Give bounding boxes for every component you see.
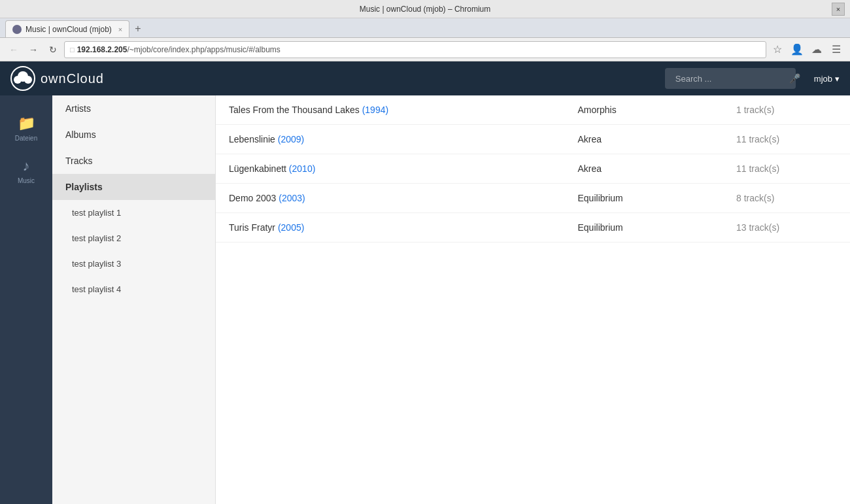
- album-tracks: 8 track(s): [723, 184, 850, 213]
- svg-point-3: [24, 76, 32, 84]
- sidebar-left-item-music[interactable]: ♪ Music: [0, 151, 52, 191]
- extension-icon-1[interactable]: 👤: [789, 41, 806, 58]
- nav-item-tracks[interactable]: Tracks: [52, 148, 215, 174]
- search-input[interactable]: [675, 74, 785, 84]
- url-lock-icon: □: [70, 46, 75, 54]
- album-tracks: 1 track(s): [723, 95, 850, 125]
- nav-item-albums[interactable]: Albums: [52, 122, 215, 148]
- new-tab-button[interactable]: +: [129, 20, 146, 37]
- tab-close-button[interactable]: ×: [118, 25, 122, 33]
- sidebar-nav: Artists Albums Tracks Playlists test pla…: [52, 95, 216, 504]
- album-artist: Akrea: [565, 125, 724, 154]
- table-row[interactable]: Turis Fratyr (2005) Equilibrium 13 track…: [216, 213, 850, 243]
- nav-bar: ← → ↻ □ 192.168.2.205/~mjob/core/index.p…: [0, 38, 850, 61]
- album-year: (2009): [278, 134, 304, 144]
- user-menu[interactable]: mjob ▾: [814, 74, 840, 84]
- forward-button[interactable]: →: [25, 41, 42, 58]
- title-bar: Music | ownCloud (mjob) – Chromium ×: [0, 0, 850, 18]
- user-chevron-icon: ▾: [835, 74, 840, 84]
- oc-logo: ownCloud: [10, 66, 104, 91]
- nav-item-playlists[interactable]: Playlists: [52, 174, 215, 200]
- owncloud-logo-text: ownCloud: [41, 71, 104, 86]
- bookmark-icon[interactable]: ☆: [769, 41, 786, 58]
- nav-item-artists[interactable]: Artists: [52, 95, 215, 122]
- url-bar[interactable]: □ 192.168.2.205/~mjob/core/index.php/app…: [64, 41, 766, 58]
- username: mjob: [814, 74, 832, 84]
- sidebar-left-label-music: Music: [18, 177, 35, 184]
- mic-icon: 🎤: [789, 73, 800, 84]
- album-title: Lügenkabinett (2010): [216, 154, 565, 184]
- app-container: ownCloud 🎤 mjob ▾ 📁 Dateien: [0, 61, 850, 504]
- search-box[interactable]: 🎤: [665, 68, 796, 89]
- table-row[interactable]: Tales From the Thousand Lakes (1994) Amo…: [216, 95, 850, 125]
- album-year: (2010): [289, 163, 315, 174]
- album-title: Lebenslinie (2009): [216, 125, 565, 154]
- album-year: (2003): [279, 193, 305, 203]
- sidebar-left-item-dateien[interactable]: 📁 Dateien: [0, 109, 52, 148]
- album-year: (2005): [278, 222, 304, 233]
- album-title: Tales From the Thousand Lakes (1994): [216, 95, 565, 125]
- album-artist: Amorphis: [565, 95, 724, 125]
- owncloud-logo-icon: [10, 66, 35, 91]
- extension-icon-2[interactable]: ☁: [808, 41, 825, 58]
- album-artist: Equilibrium: [565, 184, 724, 213]
- nav-item-playlist-3[interactable]: test playlist 3: [52, 251, 215, 277]
- window-title: Music | ownCloud (mjob) – Chromium: [360, 5, 491, 14]
- url-display: 192.168.2.205/~mjob/core/index.php/apps/…: [77, 45, 280, 54]
- table-row[interactable]: Lügenkabinett (2010) Akrea 11 track(s): [216, 154, 850, 184]
- album-artist: Equilibrium: [565, 213, 724, 243]
- table-row[interactable]: Lebenslinie (2009) Akrea 11 track(s): [216, 125, 850, 154]
- nav-item-playlist-1[interactable]: test playlist 1: [52, 200, 215, 226]
- album-table: Tales From the Thousand Lakes (1994) Amo…: [216, 95, 850, 243]
- folder-icon: 📁: [18, 115, 35, 132]
- tab-favicon: [12, 25, 22, 34]
- album-tracks: 11 track(s): [723, 154, 850, 184]
- nav-item-playlist-2[interactable]: test playlist 2: [52, 226, 215, 251]
- reload-button[interactable]: ↻: [44, 41, 61, 58]
- tab-title: Music | ownCloud (mjob): [26, 25, 112, 34]
- main-layout: 📁 Dateien ♪ Music Artists Albums Tracks: [0, 95, 850, 504]
- browser-tab[interactable]: Music | ownCloud (mjob) ×: [5, 20, 129, 37]
- main-content: Tales From the Thousand Lakes (1994) Amo…: [216, 95, 850, 504]
- sidebar-left: 📁 Dateien ♪ Music: [0, 95, 52, 504]
- oc-header: ownCloud 🎤 mjob ▾: [0, 61, 850, 95]
- album-title: Turis Fratyr (2005): [216, 213, 565, 243]
- album-year: (1994): [362, 105, 388, 115]
- nav-item-playlist-4[interactable]: test playlist 4: [52, 277, 215, 302]
- back-button[interactable]: ←: [5, 41, 22, 58]
- music-note-icon: ♪: [23, 158, 30, 175]
- tab-bar: Music | ownCloud (mjob) × +: [0, 18, 850, 38]
- menu-icon[interactable]: ☰: [828, 41, 845, 58]
- window-close-button[interactable]: ×: [832, 3, 845, 16]
- album-tracks: 11 track(s): [723, 125, 850, 154]
- table-row[interactable]: Demo 2003 (2003) Equilibrium 8 track(s): [216, 184, 850, 213]
- album-artist: Akrea: [565, 154, 724, 184]
- album-tracks: 13 track(s): [723, 213, 850, 243]
- nav-icons: ☆ 👤 ☁ ☰: [769, 41, 845, 58]
- album-title: Demo 2003 (2003): [216, 184, 565, 213]
- sidebar-left-label-dateien: Dateien: [15, 135, 37, 142]
